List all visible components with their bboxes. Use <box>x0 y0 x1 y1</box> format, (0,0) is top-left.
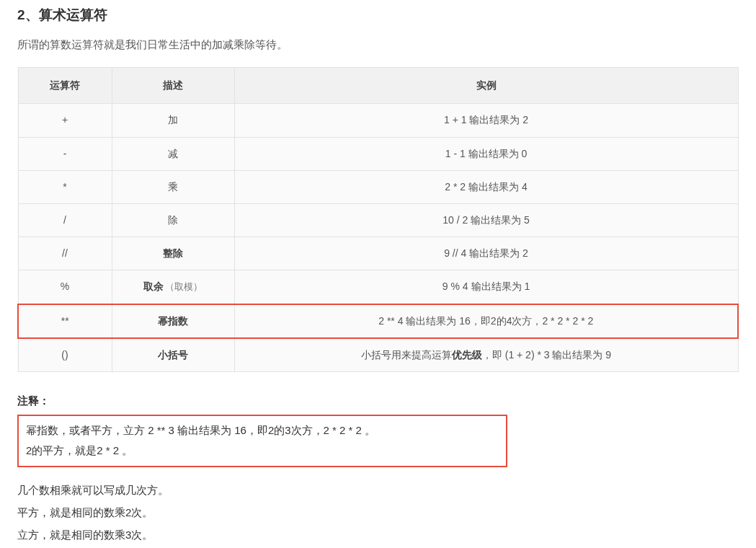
table-header-row: 运算符 描述 实例 <box>18 68 738 104</box>
section-heading: 2、算术运算符 <box>17 3 739 27</box>
table-row: /除10 / 2 输出结果为 5 <box>18 203 738 237</box>
note-paragraph: 几个数相乘就可以写成几次方。 <box>17 480 739 500</box>
cell-example: 2 * 2 输出结果为 4 <box>234 170 738 203</box>
col-desc-header: 描述 <box>112 68 234 104</box>
table-row: ()小括号小括号用来提高运算优先级，即 (1 + 2) * 3 输出结果为 9 <box>18 338 738 372</box>
col-op-header: 运算符 <box>18 68 112 104</box>
cell-operator: / <box>18 203 112 237</box>
intro-text: 所谓的算数运算符就是我们日常生活中的加减乘除等待。 <box>17 35 739 54</box>
cell-example: 2 ** 4 输出结果为 16，即2的4次方，2 * 2 * 2 * 2 <box>234 304 738 338</box>
notes-heading: 注释： <box>17 391 739 410</box>
cell-operator: + <box>18 104 112 137</box>
note-box-line: 2的平方，就是2 * 2 。 <box>26 441 499 461</box>
cell-example: 9 % 4 输出结果为 1 <box>234 270 738 304</box>
cell-operator: % <box>18 270 112 304</box>
cell-description: 幂指数 <box>112 304 234 338</box>
cell-example: 9 // 4 输出结果为 2 <box>234 237 738 270</box>
cell-description: 加 <box>112 104 234 137</box>
notes-paragraphs: 几个数相乘就可以写成几次方。平方，就是相同的数乘2次。立方，就是相同的数乘3次。… <box>17 480 739 548</box>
cell-description: 整除 <box>112 237 234 270</box>
note-paragraph: 立方，就是相同的数乘3次。 <box>17 525 739 544</box>
table-row: %取余（取模）9 % 4 输出结果为 1 <box>18 270 738 304</box>
table-row: -减1 - 1 输出结果为 0 <box>18 137 738 170</box>
col-example-header: 实例 <box>234 68 738 104</box>
cell-example: 小括号用来提高运算优先级，即 (1 + 2) * 3 输出结果为 9 <box>234 338 738 372</box>
cell-description: 乘 <box>112 170 234 203</box>
cell-operator: // <box>18 237 112 270</box>
cell-operator: ** <box>18 304 112 338</box>
notes-highlight-box: 幂指数，或者平方，立方 2 ** 3 输出结果为 16，即2的3次方，2 * 2… <box>17 415 507 467</box>
table-row: //整除9 // 4 输出结果为 2 <box>18 237 738 270</box>
table-row: **幂指数2 ** 4 输出结果为 16，即2的4次方，2 * 2 * 2 * … <box>18 304 738 338</box>
cell-operator: - <box>18 137 112 170</box>
cell-example: 1 - 1 输出结果为 0 <box>234 137 738 170</box>
operators-table: 运算符 描述 实例 +加1 + 1 输出结果为 2-减1 - 1 输出结果为 0… <box>17 67 739 372</box>
note-paragraph: 平方，就是相同的数乘2次。 <box>17 503 739 522</box>
cell-operator: () <box>18 338 112 372</box>
cell-description: 减 <box>112 137 234 170</box>
cell-operator: * <box>18 170 112 203</box>
cell-description: 除 <box>112 203 234 237</box>
cell-example: 10 / 2 输出结果为 5 <box>234 203 738 237</box>
note-box-line: 幂指数，或者平方，立方 2 ** 3 输出结果为 16，即2的3次方，2 * 2… <box>26 420 499 441</box>
table-row: +加1 + 1 输出结果为 2 <box>18 104 738 137</box>
cell-description: 小括号 <box>112 338 234 372</box>
cell-example: 1 + 1 输出结果为 2 <box>234 104 738 137</box>
cell-description: 取余（取模） <box>112 270 234 304</box>
table-row: *乘2 * 2 输出结果为 4 <box>18 170 738 203</box>
